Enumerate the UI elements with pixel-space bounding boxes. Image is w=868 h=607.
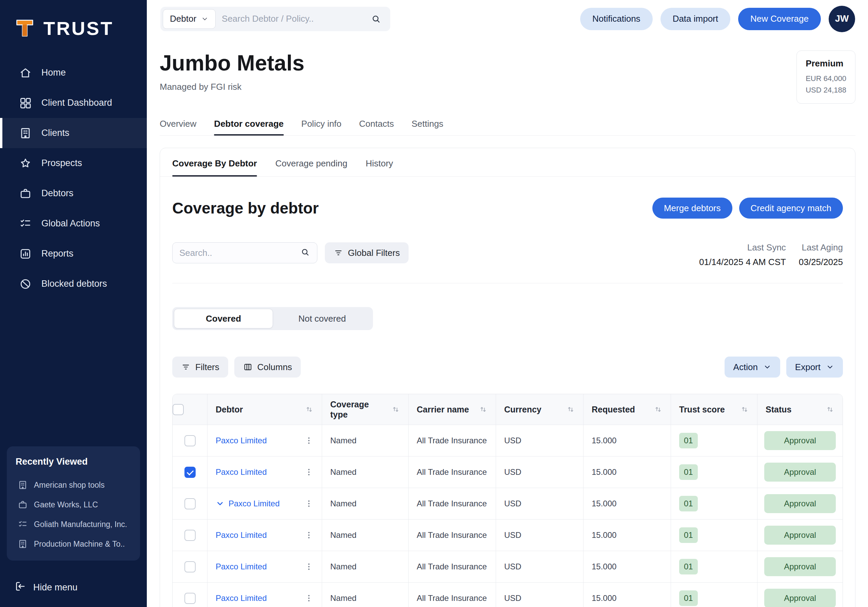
toggle-covered[interactable]: Covered xyxy=(174,309,273,328)
kebab-menu-icon[interactable] xyxy=(304,499,314,508)
filters-button[interactable]: Filters xyxy=(172,356,228,378)
building-icon xyxy=(18,480,28,490)
last-sync-value: 01/14/2025 4 AM CST xyxy=(699,257,786,268)
currency-cell: USD xyxy=(496,582,584,607)
coverage-panel: Coverage By Debtor Coverage pending Hist… xyxy=(160,148,856,607)
tab-policy-info[interactable]: Policy info xyxy=(301,119,342,135)
trust-score-cell: 01 xyxy=(671,520,758,551)
sidebar-item-debtors[interactable]: Debtors xyxy=(0,178,147,208)
recent-item[interactable]: Gaete Works, LLC xyxy=(16,495,131,514)
row-checkbox[interactable] xyxy=(184,435,195,446)
column-label: Requested xyxy=(592,404,635,415)
tab-overview[interactable]: Overview xyxy=(160,119,196,135)
export-dropdown[interactable]: Export xyxy=(786,356,843,378)
sidebar-item-blocked-debtors[interactable]: Blocked debtors xyxy=(0,269,147,299)
new-coverage-button[interactable]: New Coverage xyxy=(738,8,821,30)
column-header-currency[interactable]: Currency xyxy=(496,394,584,425)
tab-settings[interactable]: Settings xyxy=(412,119,443,135)
page-subtitle: Managed by FGI risk xyxy=(160,82,304,92)
trust-score-badge: 01 xyxy=(679,590,698,606)
kebab-menu-icon[interactable] xyxy=(304,468,314,477)
row-select-cell xyxy=(173,425,208,457)
sidebar-nav: Home Client Dashboard Clients Prospects … xyxy=(0,57,147,299)
toggle-not-covered[interactable]: Not covered xyxy=(273,309,371,328)
recent-item[interactable]: Production Machine & To.. xyxy=(16,534,131,554)
sidebar-item-home[interactable]: Home xyxy=(0,57,147,88)
sidebar-item-client-dashboard[interactable]: Client Dashboard xyxy=(0,88,147,118)
search-icon[interactable] xyxy=(370,14,381,25)
search-scope-select[interactable]: Debtor xyxy=(163,9,215,29)
app-root: TRUST Home Client Dashboard Clients Pros… xyxy=(0,0,868,607)
column-label: Currency xyxy=(504,404,541,415)
data-import-button[interactable]: Data import xyxy=(660,8,730,30)
trust-score-cell: 01 xyxy=(671,488,758,520)
trust-score-badge: 01 xyxy=(679,496,698,511)
search-input[interactable] xyxy=(215,14,370,24)
tab-debtor-coverage[interactable]: Debtor coverage xyxy=(214,119,284,135)
row-checkbox[interactable] xyxy=(184,561,195,573)
column-header-carrier-name[interactable]: Carrier name xyxy=(409,394,496,425)
row-select-cell xyxy=(173,520,208,551)
columns-button[interactable]: Columns xyxy=(234,356,301,378)
search-icon[interactable] xyxy=(300,247,310,259)
credit-agency-match-button[interactable]: Credit agency match xyxy=(739,198,843,218)
briefcase-icon xyxy=(18,500,28,510)
trust-score-badge: 01 xyxy=(679,559,698,574)
debtor-link[interactable]: Paxco Limited xyxy=(215,593,267,603)
trust-score-badge: 01 xyxy=(679,464,698,480)
column-header-status[interactable]: Status xyxy=(758,394,843,425)
coverage-type-cell: Named xyxy=(322,551,409,582)
row-checkbox[interactable] xyxy=(184,593,195,604)
sidebar-item-reports[interactable]: Reports xyxy=(0,238,147,269)
section-actions: Merge debtors Credit agency match xyxy=(653,198,843,218)
sidebar-item-global-actions[interactable]: Global Actions xyxy=(0,208,147,238)
select-all-checkbox[interactable] xyxy=(173,404,184,415)
debtor-link[interactable]: Paxco Limited xyxy=(215,468,267,477)
expand-chevron-icon[interactable] xyxy=(215,499,225,508)
global-filters-button[interactable]: Global Filters xyxy=(325,242,409,263)
column-header-requested[interactable]: Requested xyxy=(584,394,671,425)
row-checkbox[interactable] xyxy=(184,467,195,478)
row-select-cell xyxy=(173,457,208,488)
debtor-link[interactable]: Paxco Limited xyxy=(215,562,267,571)
tab-contacts[interactable]: Contacts xyxy=(359,119,394,135)
status-cell: Approval xyxy=(758,457,843,488)
sidebar-item-clients[interactable]: Clients xyxy=(0,118,147,148)
page-tabs: Overview Debtor coverage Policy info Con… xyxy=(160,119,856,136)
debtor-link[interactable]: Paxco Limited xyxy=(215,530,267,540)
premium-usd-value: USD 24,188 xyxy=(806,84,846,96)
kebab-menu-icon[interactable] xyxy=(304,593,314,603)
row-checkbox[interactable] xyxy=(184,498,195,509)
carrier-name-cell: All Trade Insurance xyxy=(409,582,496,607)
recent-item[interactable]: American shop tools xyxy=(16,475,131,495)
sidebar-item-label: Client Dashboard xyxy=(41,98,112,108)
sidebar-item-label: Global Actions xyxy=(41,218,100,229)
action-dropdown[interactable]: Action xyxy=(725,356,780,378)
coverage-type-cell: Named xyxy=(322,425,409,457)
debtor-link[interactable]: Paxco Limited xyxy=(215,436,267,445)
merge-debtors-button[interactable]: Merge debtors xyxy=(653,198,732,218)
column-header-coverage-type[interactable]: Coverage type xyxy=(322,394,409,425)
sidebar-item-prospects[interactable]: Prospects xyxy=(0,148,147,178)
recent-item[interactable]: Goliath Manufacturing, Inc. xyxy=(16,514,131,534)
coverage-search-input[interactable] xyxy=(179,248,300,258)
subtab-coverage-by-debtor[interactable]: Coverage By Debtor xyxy=(172,158,257,176)
status-cell: Approval xyxy=(758,551,843,582)
avatar[interactable]: JW xyxy=(829,6,855,32)
hide-menu-button[interactable]: Hide menu xyxy=(0,572,147,598)
notifications-button[interactable]: Notifications xyxy=(580,8,653,30)
subtab-coverage-pending[interactable]: Coverage pending xyxy=(275,158,347,176)
debtor-link[interactable]: Paxco Limited xyxy=(228,499,280,508)
column-header-trust-score[interactable]: Trust score xyxy=(671,394,758,425)
subtab-history[interactable]: History xyxy=(366,158,393,176)
sort-icon xyxy=(479,405,488,414)
kebab-menu-icon[interactable] xyxy=(304,530,314,540)
kebab-menu-icon[interactable] xyxy=(304,562,314,571)
last-aging-label: Last Aging xyxy=(799,242,843,253)
row-checkbox[interactable] xyxy=(184,530,195,541)
building-icon xyxy=(18,539,28,549)
checklist-icon xyxy=(19,217,32,230)
column-header-debtor[interactable]: Debtor xyxy=(208,394,322,425)
kebab-menu-icon[interactable] xyxy=(304,436,314,445)
column-label: Coverage type xyxy=(330,399,388,420)
